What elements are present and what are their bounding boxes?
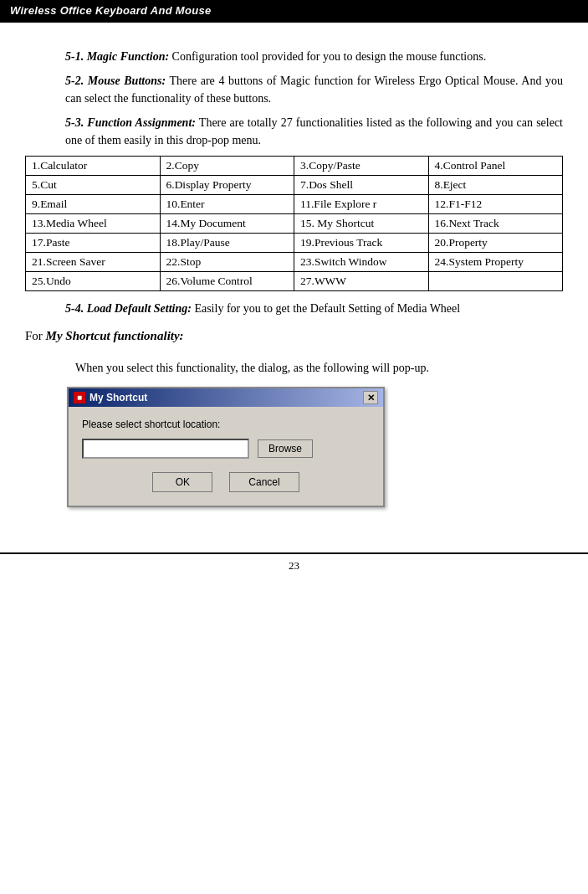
shortcut-para1: When you select this functionality, the … (75, 362, 563, 375)
dialog-label: Please select shortcut location: (82, 419, 370, 430)
table-cell: 11.File Explore r (294, 195, 429, 214)
shortcut-location-input[interactable] (82, 439, 249, 459)
table-cell: 19.Previous Track (294, 234, 429, 253)
shortcut-section: For My Shortcut functionality: When you … (25, 329, 563, 375)
section-5-1-label: 5-1. (65, 50, 84, 63)
cancel-button[interactable]: Cancel (229, 472, 299, 492)
table-cell: 3.Copy/Paste (294, 157, 429, 176)
section-5-3-label: 5-3. (65, 116, 84, 129)
table-row: 17.Paste18.Play/Pause19.Previous Track20… (26, 234, 563, 253)
table-cell: 27.WWW (294, 272, 429, 291)
table-cell: 16.Next Track (428, 214, 563, 234)
table-cell: 5.Cut (26, 176, 161, 195)
table-cell: 1.Calculator (26, 157, 161, 176)
dialog-button-row: OK Cancel (82, 472, 370, 492)
table-cell: 13.Media Wheel (26, 214, 161, 234)
table-cell: 14.My Document (160, 214, 294, 234)
table-row: 13.Media Wheel14.My Document15. My Short… (26, 214, 563, 234)
section-5-1: 5-1. Magic Function: Configuration tool … (25, 48, 563, 65)
table-cell (428, 272, 563, 291)
section-5-2-bold: Mouse Buttons: (88, 74, 166, 87)
section-5-4: 5-4. Load Default Setting: Easily for yo… (25, 300, 563, 317)
section-5-2-label: 5-2. (65, 74, 84, 87)
table-row: 21.Screen Saver22.Stop23.Switch Window24… (26, 253, 563, 272)
table-row: 5.Cut6.Display Property7.Dos Shell8.Ejec… (26, 176, 563, 195)
table-row: 9.Email10.Enter11.File Explore r12.F1-F1… (26, 195, 563, 214)
page-header: Wireless Office Keyboard And Mouse (0, 0, 588, 21)
table-cell: 21.Screen Saver (26, 253, 161, 272)
section-5-4-text: Easily for you to get the Default Settin… (194, 302, 460, 315)
dialog-input-row: Browse (82, 439, 370, 459)
table-cell: 20.Property (428, 234, 563, 253)
dialog-wrapper: ■ My Shortcut ✕ Please select shortcut l… (67, 387, 563, 507)
dialog-close-button[interactable]: ✕ (363, 391, 378, 404)
table-cell: 23.Switch Window (294, 253, 429, 272)
table-cell: 12.F1-F12 (428, 195, 563, 214)
table-cell: 10.Enter (160, 195, 294, 214)
table-cell: 22.Stop (160, 253, 294, 272)
table-cell: 24.System Property (428, 253, 563, 272)
ok-button[interactable]: OK (152, 472, 212, 492)
table-cell: 2.Copy (160, 157, 294, 176)
table-cell: 4.Control Panel (428, 157, 563, 176)
dialog-titlebar: ■ My Shortcut ✕ (69, 388, 383, 407)
table-cell: 9.Email (26, 195, 161, 214)
function-table: 1.Calculator2.Copy3.Copy/Paste4.Control … (25, 156, 563, 291)
table-cell: 18.Play/Pause (160, 234, 294, 253)
table-cell: 6.Display Property (160, 176, 294, 195)
table-row: 25.Undo26.Volume Control27.WWW (26, 272, 563, 291)
dialog-title: My Shortcut (89, 392, 147, 403)
dialog-titlebar-left: ■ My Shortcut (74, 392, 147, 403)
dialog-app-icon: ■ (74, 392, 85, 403)
table-row: 1.Calculator2.Copy3.Copy/Paste4.Control … (26, 157, 563, 176)
table-cell: 25.Undo (26, 272, 161, 291)
table-cell: 17.Paste (26, 234, 161, 253)
table-cell: 8.Eject (428, 176, 563, 195)
section-5-1-bold: Magic Function: (87, 50, 169, 63)
shortcut-bold: My Shortcut functionality: (46, 329, 184, 342)
page-footer: 23 (0, 552, 588, 581)
section-5-2: 5-2. Mouse Buttons: There are 4 buttons … (25, 72, 563, 107)
section-5-3: 5-3. Function Assignment: There are tota… (25, 114, 563, 149)
for-label: For (25, 329, 43, 342)
browse-button[interactable]: Browse (258, 439, 313, 458)
section-5-3-bold: Function Assignment: (87, 116, 196, 129)
dialog-box: ■ My Shortcut ✕ Please select shortcut l… (67, 387, 385, 507)
section-5-4-label: 5-4. (65, 302, 84, 315)
table-cell: 7.Dos Shell (294, 176, 429, 195)
section-5-4-bold: Load Default Setting: (87, 302, 192, 315)
header-title: Wireless Office Keyboard And Mouse (10, 4, 212, 17)
page-number: 23 (289, 559, 299, 572)
section-5-1-text: Configuration tool provided for you to d… (172, 50, 487, 63)
dialog-body: Please select shortcut location: Browse … (69, 407, 383, 506)
table-cell: 15. My Shortcut (294, 214, 429, 234)
table-cell: 26.Volume Control (160, 272, 294, 291)
